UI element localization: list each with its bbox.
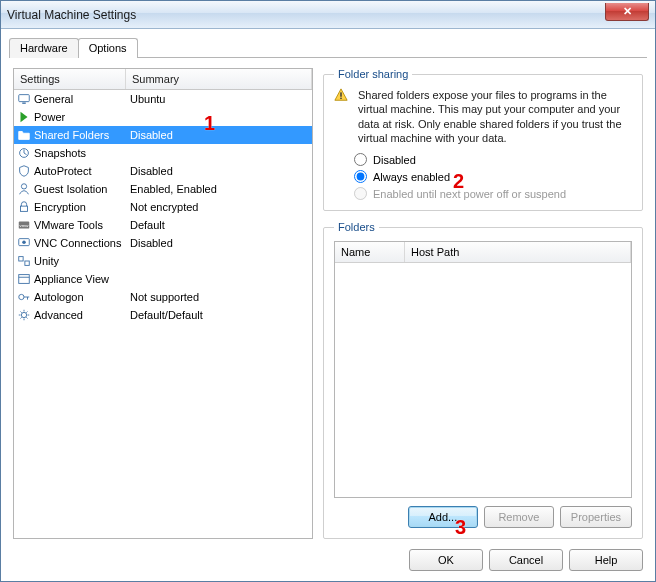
radio-until: Enabled until next power off or suspend [354, 187, 632, 200]
svg-point-14 [19, 294, 24, 299]
settings-row-name: Guest Isolation [34, 183, 126, 195]
settings-row-summary: Not supported [126, 291, 312, 303]
settings-row-name: Shared Folders [34, 129, 126, 141]
vm-settings-window: Virtual Machine Settings ✕ Hardware Opti… [0, 0, 656, 582]
radio-until-input [354, 187, 367, 200]
settings-row-summary: Ubuntu [126, 93, 312, 105]
radio-disabled-input[interactable] [354, 153, 367, 166]
radio-always[interactable]: Always enabled [354, 170, 632, 183]
col-header-summary: Summary [126, 69, 312, 89]
settings-row-vnc-connections[interactable]: VNC ConnectionsDisabled [14, 234, 312, 252]
tabstrip: Hardware Options [9, 37, 647, 58]
radio-always-label: Always enabled [373, 171, 450, 183]
svg-rect-12 [19, 275, 30, 284]
window-body: Hardware Options Settings Summary Genera… [1, 29, 655, 581]
svg-rect-1 [22, 103, 26, 104]
settings-row-name: Unity [34, 255, 126, 267]
dialog-buttons: OK Cancel Help [1, 543, 655, 581]
settings-row-summary: Disabled [126, 237, 312, 249]
settings-list-header: Settings Summary [14, 69, 312, 90]
folders-table[interactable]: Name Host Path [334, 241, 632, 498]
svg-marker-2 [21, 112, 28, 123]
help-button[interactable]: Help [569, 549, 643, 571]
snapshot-icon [16, 145, 32, 161]
settings-row-name: Power [34, 111, 126, 123]
user-icon [16, 181, 32, 197]
folder-icon [16, 127, 32, 143]
warning-icon [334, 88, 350, 104]
col-header-settings: Settings [14, 69, 126, 89]
settings-row-summary: Disabled [126, 129, 312, 141]
sharing-warning-text: Shared folders expose your files to prog… [358, 88, 632, 145]
content-row: Settings Summary GeneralUbuntuPowerShare… [1, 58, 655, 543]
svg-text:vmw: vmw [20, 223, 30, 228]
settings-row-name: Advanced [34, 309, 126, 321]
monitor-icon [16, 91, 32, 107]
settings-list-body[interactable]: GeneralUbuntuPowerShared FoldersDisabled… [14, 90, 312, 538]
tab-options[interactable]: Options [78, 38, 138, 58]
settings-row-guest-isolation[interactable]: Guest IsolationEnabled, Enabled [14, 180, 312, 198]
radio-until-label: Enabled until next power off or suspend [373, 188, 566, 200]
settings-row-name: General [34, 93, 126, 105]
settings-row-summary: Disabled [126, 165, 312, 177]
folders-col-name: Name [335, 242, 405, 262]
cancel-button[interactable]: Cancel [489, 549, 563, 571]
settings-row-summary: Not encrypted [126, 201, 312, 213]
titlebar: Virtual Machine Settings ✕ [1, 1, 655, 29]
key-icon [16, 289, 32, 305]
settings-row-advanced[interactable]: AdvancedDefault/Default [14, 306, 312, 324]
settings-row-name: Encryption [34, 201, 126, 213]
svg-point-15 [21, 312, 26, 317]
vmw-icon: vmw [16, 217, 32, 233]
properties-button: Properties [560, 506, 632, 528]
svg-rect-11 [25, 261, 29, 265]
settings-list: Settings Summary GeneralUbuntuPowerShare… [13, 68, 313, 539]
power-icon [16, 109, 32, 125]
settings-row-name: Autologon [34, 291, 126, 303]
settings-row-vmware-tools[interactable]: vmwVMware ToolsDefault [14, 216, 312, 234]
svg-rect-0 [19, 95, 30, 102]
settings-row-appliance-view[interactable]: Appliance View [14, 270, 312, 288]
folders-group: Folders Name Host Path Add... Remove Pro… [323, 221, 643, 539]
svg-point-4 [21, 184, 26, 189]
settings-row-name: VMware Tools [34, 219, 126, 231]
settings-row-autologon[interactable]: AutologonNot supported [14, 288, 312, 306]
tab-hardware[interactable]: Hardware [9, 38, 79, 58]
folders-buttons: Add... Remove Properties [334, 506, 632, 528]
svg-rect-5 [21, 206, 28, 211]
settings-row-summary: Enabled, Enabled [126, 183, 312, 195]
window-icon [16, 271, 32, 287]
close-icon: ✕ [623, 5, 632, 18]
settings-row-unity[interactable]: Unity [14, 252, 312, 270]
lock-icon [16, 199, 32, 215]
gear-icon [16, 307, 32, 323]
ok-button[interactable]: OK [409, 549, 483, 571]
folder-sharing-group: Folder sharing Shared folders expose you… [323, 68, 643, 211]
remove-button: Remove [484, 506, 554, 528]
window-title: Virtual Machine Settings [7, 8, 136, 22]
settings-row-snapshots[interactable]: Snapshots [14, 144, 312, 162]
vnc-icon [16, 235, 32, 251]
svg-point-9 [22, 240, 26, 244]
settings-row-power[interactable]: Power [14, 108, 312, 126]
right-panel: Folder sharing Shared folders expose you… [323, 68, 643, 539]
folders-legend: Folders [334, 221, 379, 233]
folders-table-header: Name Host Path [335, 242, 631, 263]
tabs-row: Hardware Options [1, 29, 655, 58]
add-button[interactable]: Add... [408, 506, 478, 528]
folders-col-host: Host Path [405, 242, 631, 262]
settings-row-shared-folders[interactable]: Shared FoldersDisabled [14, 126, 312, 144]
radio-always-input[interactable] [354, 170, 367, 183]
radio-disabled[interactable]: Disabled [354, 153, 632, 166]
close-button[interactable]: ✕ [605, 3, 649, 21]
settings-row-name: Snapshots [34, 147, 126, 159]
settings-row-name: VNC Connections [34, 237, 126, 249]
settings-row-summary: Default [126, 219, 312, 231]
svg-rect-17 [340, 92, 341, 96]
settings-row-name: Appliance View [34, 273, 126, 285]
settings-row-general[interactable]: GeneralUbuntu [14, 90, 312, 108]
settings-row-autoprotect[interactable]: AutoProtectDisabled [14, 162, 312, 180]
svg-rect-10 [19, 257, 23, 261]
svg-rect-18 [340, 98, 341, 99]
settings-row-encryption[interactable]: EncryptionNot encrypted [14, 198, 312, 216]
